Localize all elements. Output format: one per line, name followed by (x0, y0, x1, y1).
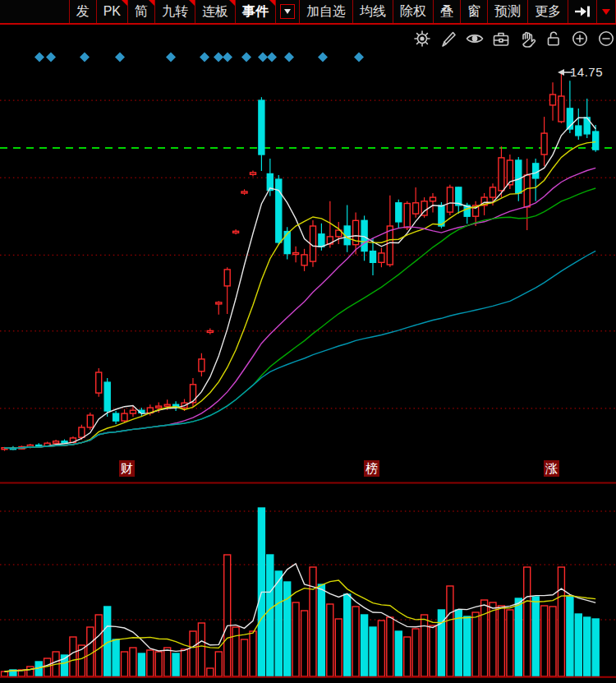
candle-body (156, 406, 162, 408)
candle-body (259, 100, 264, 155)
candle-body (104, 382, 110, 411)
volume-bar (122, 652, 128, 676)
toolbar-button-label: 均线 (360, 0, 386, 23)
toolbar-button-window[interactable]: 窗 (461, 0, 488, 23)
candle-body (241, 192, 247, 193)
candle-body (541, 133, 547, 155)
candle-body (224, 270, 230, 286)
toolbar-button-ma-settings[interactable]: 均线 (353, 0, 393, 23)
toolbar-button-more[interactable]: 更多 (528, 0, 568, 23)
candle-body (379, 253, 384, 262)
signal-diamond-icon (46, 53, 56, 62)
volume-bar (549, 607, 556, 676)
volume-bar (524, 567, 531, 676)
candle-body (122, 413, 127, 421)
volume-bar (310, 567, 316, 676)
volume-bar (541, 606, 548, 676)
toolbar-button-ex-rights[interactable]: 除权 (393, 0, 434, 23)
signal-diamond-icon (34, 53, 44, 62)
candle-body (53, 441, 59, 443)
volume-bar (44, 658, 51, 676)
volume-bar (130, 648, 136, 676)
volume-bar (455, 610, 462, 676)
toolbar-button-nine-turn[interactable]: 九转 (155, 0, 195, 23)
signal-diamond-icon (241, 53, 251, 62)
volume-bar (190, 631, 196, 676)
signal-diamond-icon (318, 53, 328, 62)
toolbar-button-publish[interactable]: 发 (70, 0, 97, 23)
candle-body (447, 187, 453, 212)
price-ma20-line (5, 168, 596, 448)
volume-bar (532, 597, 539, 676)
candle-body (293, 253, 299, 255)
volume-bar (567, 597, 573, 676)
volume-bar (301, 611, 308, 676)
volume-bar (447, 586, 453, 676)
signal-diamond-icon (115, 53, 125, 62)
candlestick-chart[interactable] (0, 25, 616, 683)
candle-body (284, 232, 290, 254)
volume-bar (592, 619, 599, 676)
volume-bar (232, 627, 239, 676)
toolbar-spacer (0, 0, 70, 23)
candle-body (576, 126, 582, 136)
candle-body (233, 231, 239, 233)
toolbar-button-forecast[interactable]: 预测 (488, 0, 528, 23)
toolbar-button-label: 预测 (494, 0, 521, 23)
volume-bar (490, 602, 496, 676)
toolbar-button-pk[interactable]: PK (97, 0, 128, 23)
toolbar-button-label: 更多 (535, 0, 561, 23)
volume-bar (404, 637, 411, 676)
volume-bar (241, 639, 248, 676)
volume-bar (215, 652, 222, 676)
volume-bar (352, 607, 359, 676)
signal-diamond-icon (354, 53, 364, 62)
volume-bar (284, 582, 291, 676)
volume-bar (335, 619, 342, 676)
volume-bar (421, 615, 428, 676)
signal-diamond-icon (267, 53, 277, 62)
candle-body (456, 187, 462, 205)
toolbar-button-label: 连板 (202, 0, 228, 23)
candle-body (559, 96, 564, 122)
signal-diamond-icon (223, 53, 232, 62)
jump-to-latest-icon[interactable] (568, 0, 597, 23)
volume-bar (182, 649, 188, 676)
volume-bar (250, 631, 256, 676)
candle-body (319, 234, 324, 247)
volume-bar (395, 631, 402, 676)
volume-bar (412, 629, 419, 676)
toolbar-button-add-watchlist[interactable]: 加自选 (300, 0, 353, 23)
toolbar-button-limit-streak[interactable]: 连板 (195, 0, 236, 23)
toolbar-button-overlay[interactable]: 叠 (434, 0, 461, 23)
volume-bar (138, 653, 145, 676)
candle-body (490, 187, 496, 197)
toolbar-button-events-dropdown[interactable] (276, 0, 300, 23)
signal-diamond-icon (166, 53, 176, 62)
volume-bar (224, 555, 231, 676)
signal-diamond-icon (214, 53, 223, 62)
volume-bar (267, 555, 274, 676)
toolbar-dropdown-icon[interactable] (597, 0, 616, 23)
new-feature-badge (189, 0, 195, 6)
signal-diamond-icon (200, 53, 209, 62)
toolbar-button-label: 窗 (467, 0, 480, 23)
volume-bar (498, 606, 504, 676)
volume-bar (172, 653, 179, 676)
toolbar-button-label: 发 (76, 0, 90, 23)
toolbar-button-events[interactable]: 事件 (236, 0, 276, 23)
volume-bar (70, 637, 76, 676)
candle-body (199, 359, 205, 371)
volume-bar (515, 598, 522, 676)
toolbar-button-simplified[interactable]: 简 (128, 0, 155, 23)
volume-bar (155, 652, 162, 676)
volume-bar (87, 627, 94, 676)
candle-body (251, 173, 256, 174)
volume-bar (164, 648, 171, 676)
candle-body (164, 404, 170, 406)
new-feature-badge (122, 0, 127, 6)
candle-body (27, 445, 33, 447)
candle-body (62, 441, 67, 443)
candle-body (404, 204, 410, 228)
candle-body (130, 410, 136, 413)
